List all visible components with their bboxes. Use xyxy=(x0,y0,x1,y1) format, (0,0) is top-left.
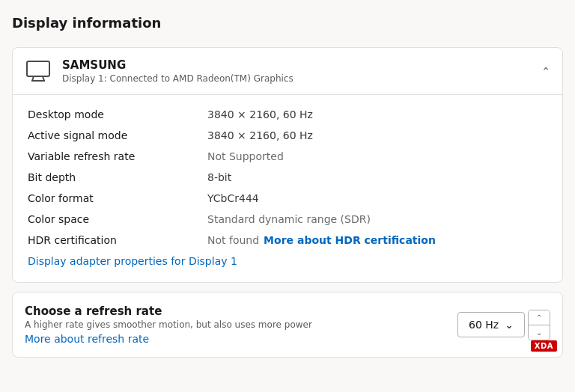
refresh-rate-stepper[interactable]: ⌃ ⌄ xyxy=(528,310,550,340)
display-subtitle: Display 1: Connected to AMD Radeon(TM) G… xyxy=(62,73,293,84)
value-color-format: YCbCr444 xyxy=(207,192,259,204)
refresh-rate-value: 60 Hz xyxy=(469,319,499,331)
adapter-properties-link[interactable]: Display adapter properties for Display 1 xyxy=(28,255,237,267)
xda-watermark: XDA xyxy=(531,340,557,352)
hdr-more-link[interactable]: More about HDR certification xyxy=(264,234,436,246)
table-row-hdr: HDR certification Not found More about H… xyxy=(28,230,547,251)
refresh-rate-dropdown[interactable]: 60 Hz ⌄ xyxy=(457,312,525,337)
adapter-link-row: Display adapter properties for Display 1 xyxy=(28,251,547,270)
refresh-rate-card: Choose a refresh rate A higher rate give… xyxy=(12,292,563,358)
refresh-more-link[interactable]: More about refresh rate xyxy=(25,333,149,345)
label-color-format: Color format xyxy=(28,192,177,204)
monitor-icon xyxy=(25,60,52,82)
collapse-icon[interactable]: ⌃ xyxy=(541,65,550,77)
label-desktop-mode: Desktop mode xyxy=(28,108,177,120)
value-hdr: Not found More about HDR certification xyxy=(207,234,436,246)
label-bit-depth: Bit depth xyxy=(28,171,177,183)
refresh-rate-down-button[interactable]: ⌄ xyxy=(529,325,550,340)
display-info-card: SAMSUNG Display 1: Connected to AMD Rade… xyxy=(12,47,563,283)
label-vrr: Variable refresh rate xyxy=(28,150,177,162)
table-row: Color format YCbCr444 xyxy=(28,188,547,209)
value-color-space: Standard dynamic range (SDR) xyxy=(207,213,371,225)
bottom-area: Choose a refresh rate A higher rate give… xyxy=(12,292,563,358)
label-color-space: Color space xyxy=(28,213,177,225)
refresh-rate-title: Choose a refresh rate xyxy=(25,304,445,318)
table-row: Color space Standard dynamic range (SDR) xyxy=(28,209,547,230)
display-header-left: SAMSUNG Display 1: Connected to AMD Rade… xyxy=(25,58,293,84)
value-desktop-mode: 3840 × 2160, 60 Hz xyxy=(207,108,313,120)
display-name-group: SAMSUNG Display 1: Connected to AMD Rade… xyxy=(62,58,293,84)
display-info-table: Desktop mode 3840 × 2160, 60 Hz Active s… xyxy=(13,95,562,282)
svg-rect-0 xyxy=(27,61,49,76)
display-name: SAMSUNG xyxy=(62,58,293,72)
refresh-left: Choose a refresh rate A higher rate give… xyxy=(25,304,445,345)
value-bit-depth: 8-bit xyxy=(207,171,231,183)
table-row: Variable refresh rate Not Supported xyxy=(28,146,547,167)
dropdown-chevron-icon: ⌄ xyxy=(505,319,514,331)
page-container: Display information SAMSUNG Display 1: C… xyxy=(0,0,575,373)
refresh-rate-description: A higher rate gives smoother motion, but… xyxy=(25,319,445,330)
table-row: Active signal mode 3840 × 2160, 60 Hz xyxy=(28,125,547,146)
display-header[interactable]: SAMSUNG Display 1: Connected to AMD Rade… xyxy=(13,48,562,95)
table-row: Desktop mode 3840 × 2160, 60 Hz xyxy=(28,104,547,125)
refresh-rate-up-button[interactable]: ⌃ xyxy=(529,310,550,325)
refresh-right: 60 Hz ⌄ ⌃ ⌄ xyxy=(457,310,550,340)
table-row: Bit depth 8-bit xyxy=(28,167,547,188)
label-active-signal: Active signal mode xyxy=(28,129,177,141)
value-active-signal: 3840 × 2160, 60 Hz xyxy=(207,129,313,141)
hdr-not-found-text: Not found xyxy=(207,234,259,246)
section-title: Display information xyxy=(12,15,563,31)
value-vrr: Not Supported xyxy=(207,150,284,162)
label-hdr: HDR certification xyxy=(28,234,177,246)
